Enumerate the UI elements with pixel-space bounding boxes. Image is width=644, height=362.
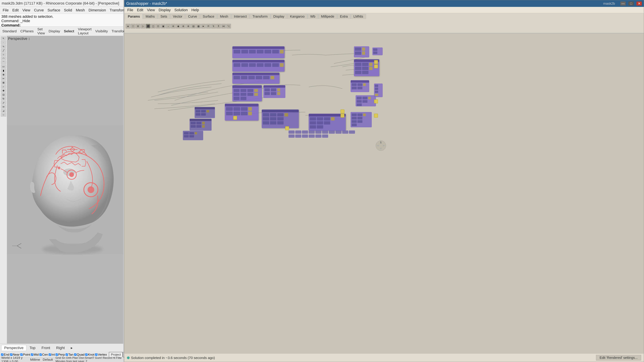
gh-tab-sets[interactable]: Sets <box>158 14 170 19</box>
tab-right[interactable]: Right <box>53 345 68 351</box>
gh-icon-17[interactable]: ⟳ <box>206 24 211 28</box>
tool-surface[interactable]: ▭ <box>1 65 6 68</box>
tool-snap[interactable]: ⊿ <box>1 109 6 113</box>
tool-arc[interactable]: ◠ <box>1 57 6 60</box>
toolbar-select[interactable]: Select <box>62 29 76 34</box>
gh-icon-4[interactable]: ▷ <box>141 24 146 28</box>
osnap-perp[interactable]: Perp <box>56 353 65 357</box>
gh-icon-10[interactable]: ⊛ <box>171 24 176 28</box>
toolbar-setview[interactable]: Set View <box>36 27 46 36</box>
viewport-perspective[interactable]: Perspective ‡ <box>7 36 123 344</box>
gh-menu-edit[interactable]: Edit <box>135 7 145 13</box>
tool-extrude[interactable]: ▮ <box>1 69 6 72</box>
gh-menu-help[interactable]: Help <box>190 7 200 13</box>
gh-minimize-btn[interactable]: — <box>620 1 626 5</box>
gh-canvas[interactable]: N <box>124 33 644 354</box>
tool-copy[interactable]: ⊡ <box>1 93 6 96</box>
gh-icon-13[interactable]: ⊗ <box>186 24 191 28</box>
tool-select[interactable]: ↖ <box>1 36 6 40</box>
tab-perspective[interactable]: Perspective <box>1 345 26 351</box>
osnap-tan[interactable]: Tan <box>66 353 74 357</box>
gh-icon-12[interactable]: ⊕ <box>181 24 186 28</box>
tool-curve[interactable]: ∿ <box>1 44 6 48</box>
osnap-knot[interactable]: Knot <box>85 353 94 357</box>
tool-fillet[interactable]: ⌐ <box>1 85 6 88</box>
menu-curve[interactable]: Curve <box>32 7 46 13</box>
tool-join[interactable]: ⊞ <box>1 81 6 84</box>
gh-icon-15[interactable]: ▦ <box>196 24 201 28</box>
gh-tab-intersect[interactable]: Intersect <box>231 14 250 19</box>
gh-tab-extra[interactable]: Extra <box>337 14 351 19</box>
tool-trim[interactable]: ✂ <box>1 77 6 80</box>
menu-view[interactable]: View <box>21 7 32 13</box>
gh-tab-transform[interactable]: Transform <box>250 14 270 19</box>
gh-icon-16[interactable]: ► <box>201 24 206 28</box>
menu-edit[interactable]: Edit <box>10 7 20 13</box>
tool-dim[interactable]: ↔ <box>1 113 6 117</box>
gh-tab-lmnts[interactable]: LMNts <box>351 14 366 19</box>
gh-maximize-btn[interactable]: □ <box>628 1 634 5</box>
gh-icon-14[interactable]: ▤ <box>191 24 196 28</box>
gh-tab-params[interactable]: Params <box>125 14 143 19</box>
osnap-quad[interactable]: Quad <box>74 353 84 357</box>
tool-line[interactable]: ╱ <box>1 49 6 52</box>
osnap-cen[interactable]: Cen <box>40 353 48 357</box>
tab-top[interactable]: Top <box>27 345 38 351</box>
gh-icon-1[interactable]: ◈ <box>126 24 130 28</box>
gh-close-btn[interactable]: ✕ <box>636 1 642 5</box>
gh-icon-5[interactable]: ⬛ <box>146 24 150 28</box>
gh-tab-wb[interactable]: Wb <box>308 14 318 19</box>
gh-icon-8[interactable]: ▣ <box>161 24 166 28</box>
gh-icon-3[interactable]: ⊞ <box>136 24 140 28</box>
tool-rotate[interactable]: ↻ <box>1 97 6 100</box>
svg-rect-148 <box>317 121 323 124</box>
toolbar-visibility[interactable]: Visibility <box>94 29 110 34</box>
gh-tab-kangaroo[interactable]: Kangaroo <box>287 14 308 19</box>
toolbar-standard[interactable]: Standard <box>1 29 18 34</box>
osnap-vertex[interactable]: Vertex <box>95 353 107 357</box>
gh-icon-18[interactable]: ↯ <box>211 24 216 28</box>
gh-icon-19[interactable]: ⊼ <box>216 24 221 28</box>
tool-point[interactable]: · <box>1 40 6 44</box>
tool-scale[interactable]: ⤢ <box>1 101 6 105</box>
gh-tab-curve[interactable]: Curve <box>185 14 200 19</box>
edit-rendered-button[interactable]: Edit 'Rendered' settings... <box>596 355 641 361</box>
gh-menu-display[interactable]: Display <box>157 7 172 13</box>
gh-tab-mesh[interactable]: Mesh <box>217 14 231 19</box>
toolbar-display[interactable]: Display <box>47 29 62 34</box>
gh-menu-view[interactable]: View <box>145 7 156 13</box>
gh-icon-2[interactable]: ⬡ <box>131 24 135 28</box>
tab-front[interactable]: Front <box>38 345 53 351</box>
gh-tab-display[interactable]: Display <box>270 14 287 19</box>
gh-tab-surface[interactable]: Surface <box>200 14 217 19</box>
tool-mirror[interactable]: ⇔ <box>1 105 6 109</box>
tool-circle[interactable]: ○ <box>1 53 6 56</box>
menu-dimension[interactable]: Dimension <box>87 7 108 13</box>
gh-icon-20[interactable]: ⋈ <box>221 24 226 28</box>
menu-surface[interactable]: Surface <box>46 7 62 13</box>
gh-tab-vector[interactable]: Vector <box>170 14 185 19</box>
gh-tab-maths[interactable]: Maths <box>143 14 158 19</box>
menu-file[interactable]: File <box>1 7 10 13</box>
gh-icon-9[interactable]: ⬦ <box>166 24 170 28</box>
osnap-int[interactable]: Int <box>49 353 55 357</box>
tool-move[interactable]: ✥ <box>1 89 6 92</box>
gh-icon-6[interactable]: ◫ <box>151 24 156 28</box>
tool-polyline[interactable]: ⌒ <box>1 61 6 64</box>
svg-rect-75 <box>201 110 206 112</box>
svg-rect-50 <box>254 89 258 92</box>
gh-menu-solution[interactable]: Solution <box>173 7 190 13</box>
toolbar-viewport-layout[interactable]: Viewport Layout <box>76 27 93 36</box>
gh-icon-7[interactable]: ⊡ <box>156 24 160 28</box>
tool-boolean[interactable]: ⊕ <box>1 73 6 76</box>
tab-more[interactable]: ▸ <box>68 345 76 351</box>
toolbar-cplanes[interactable]: CPlanes <box>18 29 35 34</box>
gh-icon-21[interactable]: ⌥ <box>226 24 231 28</box>
menu-solid[interactable]: Solid <box>62 7 74 13</box>
rhino-title-bar: mask2b.3dm (17117 KB) - Rhinoceros Corpo… <box>0 0 123 7</box>
menu-mesh[interactable]: Mesh <box>74 7 86 13</box>
gh-menu-file[interactable]: File <box>126 7 135 13</box>
gh-tab-millipede[interactable]: Millipede <box>318 14 337 19</box>
osnap-mid[interactable]: Mid <box>31 353 39 357</box>
gh-icon-11[interactable]: ◉ <box>176 24 180 28</box>
